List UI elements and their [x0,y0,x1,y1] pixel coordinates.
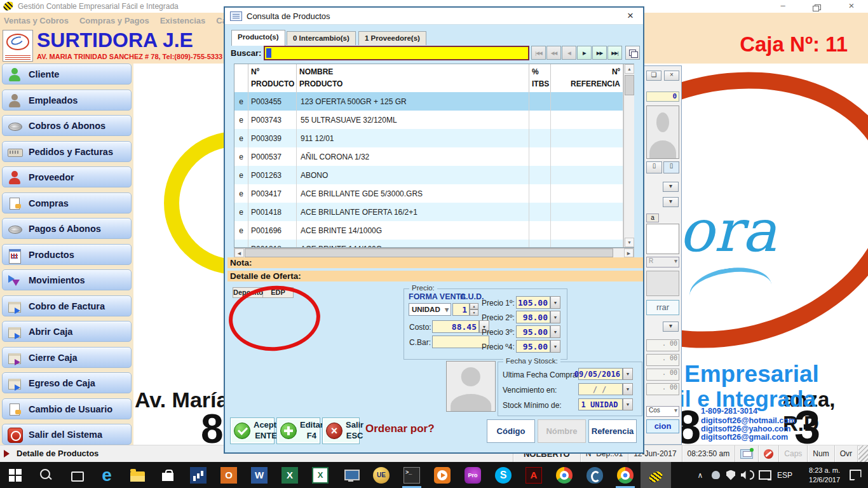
precio4-dropdown-icon[interactable] [550,340,560,353]
action-center-icon[interactable] [843,462,868,488]
tab-proveedores[interactable]: 1 Proveedore(s) [358,31,426,45]
table-row[interactable]: eP001696ACE BRINTE 14/1000G [234,221,623,240]
cbar-field[interactable] [432,336,489,348]
bwin-dropdown-2-icon[interactable]: ▾ [663,197,679,207]
taskbar-bee-app[interactable] [641,462,671,488]
close-icon[interactable]: × [840,0,863,13]
search-input[interactable] [264,46,529,60]
network-icon[interactable] [756,462,774,488]
forma-venta-select[interactable]: UNIDAD [409,303,451,316]
nav-prev-icon[interactable] [562,46,576,60]
cud-value[interactable]: 1 [452,303,470,316]
scroll-down-icon[interactable]: ▼ [625,238,634,247]
sort-nombre-button[interactable]: Nómbre [538,419,586,443]
bwin-dropdown-1-icon[interactable]: ▾ [663,182,679,192]
taskbar-word[interactable] [244,462,275,488]
sort-referencia-button[interactable]: Referencia [588,419,637,443]
stepper-up-icon[interactable]: ▲ [470,303,478,309]
table-row[interactable]: eP003039911 12/01 [234,129,623,147]
sidebar-item-cliente[interactable]: Cliente [2,64,132,85]
scroll-left-icon[interactable]: ◀ [234,248,244,257]
nav-first-icon[interactable] [531,46,546,60]
table-row[interactable]: eP000537AÑIL CORONA 1/32 [234,147,623,166]
minimize-icon[interactable]: – [771,0,794,13]
sidebar-item-movimientos[interactable]: Movimientos [2,269,132,290]
aceptar-button[interactable]: AceptarENTER [230,417,275,444]
sidebar-item-egreso-de-caja[interactable]: Egreso de Caja [2,372,132,393]
taskbar-search[interactable] [31,462,61,488]
menu-item-0[interactable]: Ventas y Cobros [4,16,69,25]
bwin-paste-icon[interactable]: ▯ [663,161,679,173]
ultima-fecha-field[interactable]: 09/05/2016 [578,368,623,380]
precio3-dropdown-icon[interactable] [550,325,560,338]
sidebar-item-proveedor[interactable]: Proveedor [2,166,132,187]
sidebar-item-cambio-de-usuario[interactable]: Cambio de Usuario [2,398,132,419]
precio2-dropdown-icon[interactable] [550,311,560,323]
bwin-price-field-1[interactable]: . 00 [646,339,679,351]
bwin-dropdown-3-icon[interactable]: ▾ [663,322,679,332]
column-header-nombre-producto[interactable]: NOMBRE PRODUCTO [297,64,529,92]
taskbar-postgresql[interactable] [580,462,610,488]
column-header-num-producto[interactable]: Nº PRODUCTO [248,64,297,92]
precio2-field[interactable]: 98.00 [516,311,550,323]
restore-icon[interactable] [806,0,829,13]
bwin-close-icon[interactable]: × [664,71,679,81]
print-icon[interactable] [625,46,640,60]
vencimiento-field[interactable]: / / [578,383,623,395]
taskbar-chart-app[interactable] [183,462,214,488]
vertical-scroll-thumb[interactable] [625,75,634,95]
nav-next-icon[interactable] [577,46,592,60]
table-row[interactable]: eP001263ABONO [234,166,623,184]
sidebar-item-cobros-abonos[interactable]: Cobros ó Abonos [2,115,132,136]
column-header-flag[interactable] [234,64,248,92]
taskbar-camtasia[interactable] [458,462,488,488]
table-row[interactable]: eP003455123 OFERTA 500GR + 125 GR [234,92,623,111]
salir-button[interactable]: SalirESC [322,417,360,444]
sidebar-item-abrir-caja[interactable]: Abrir Caja [2,321,132,342]
sidebar-item-productos[interactable]: Productos [2,244,132,265]
sidebar-item-pedidos-y-facturas[interactable]: Pedidos y Facturas [2,141,132,162]
bwin-price-field-2[interactable]: . 00 [646,354,679,366]
horizontal-scrollbar[interactable]: ◀ ▶ [234,248,634,258]
stock-minimo-field[interactable]: 1 UNIDAD [578,398,623,410]
taskbar-ultraedit[interactable] [366,462,397,488]
taskbar-excel[interactable] [275,462,305,488]
nav-next-page-icon[interactable] [592,46,607,60]
taskbar-file-explorer[interactable] [122,462,153,488]
bwin-combo-r[interactable]: R [646,257,679,268]
table-row[interactable]: eP00374355 ULTRASUAVE 32/120ML [234,111,623,129]
vertical-scrollbar[interactable]: ▲ ▼ [623,64,634,247]
nav-prev-page-icon[interactable] [546,46,561,60]
bwin-price-field-4[interactable]: . 00 [646,383,679,395]
sort-codigo-button[interactable]: Código [487,419,535,443]
precio3-field[interactable]: 95.00 [516,325,550,338]
taskbar-chrome-2[interactable] [610,462,641,488]
menu-item-1[interactable]: Compras y Pagos [79,16,149,25]
nav-last-icon[interactable] [607,46,622,60]
taskbar-chrome[interactable] [549,462,580,488]
table-row[interactable]: eP001418ACE BRILLANTE OFERTA 16/2+1 [234,203,623,221]
taskbar-remote-desktop[interactable] [336,462,366,488]
sidebar-item-salir-del-sistema[interactable]: Salir del Sistema [2,424,132,445]
column-header-referencia[interactable]: Nº REFERENCIA [551,64,623,92]
bwin-restore-icon[interactable]: ❏ [646,71,661,81]
bwin-price-field-3[interactable]: . 00 [646,369,679,381]
tab-productos[interactable]: Producto(s) [231,30,285,46]
scroll-up-icon[interactable]: ▲ [625,64,634,74]
tray-app-icon[interactable] [708,462,723,488]
defender-shield-icon[interactable] [723,462,738,488]
scroll-right-icon[interactable]: ▶ [624,248,634,257]
ultima-fecha-dropdown-icon[interactable] [623,368,633,380]
editar-button[interactable]: EditarF4 [276,417,320,444]
menu-item-2[interactable]: Existencias [160,16,206,25]
vencimiento-dropdown-icon[interactable] [623,383,633,395]
stock-minimo-dropdown-icon[interactable] [623,398,633,410]
bwin-cion-button[interactable]: cion [646,419,679,433]
taskbar-edge[interactable] [92,462,122,488]
tray-chevron-up-icon[interactable]: ∧ [693,462,708,488]
bwin-tab-sliver[interactable]: a [646,214,659,222]
taskbar-store[interactable] [153,462,183,488]
precio1-dropdown-icon[interactable] [550,296,560,309]
bwin-clipboard-icon[interactable]: ▯ [646,161,662,173]
bwin-combo-cos[interactable]: Cos [646,406,679,417]
